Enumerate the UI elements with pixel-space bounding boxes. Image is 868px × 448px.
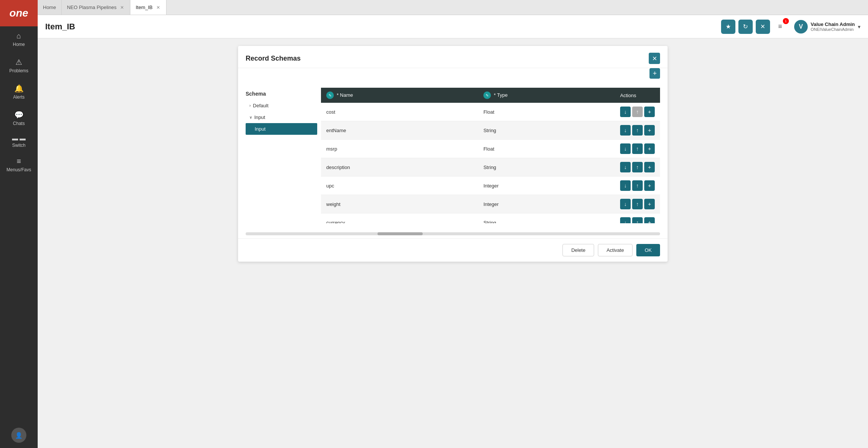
horizontal-scrollbar[interactable] — [246, 232, 660, 235]
add-field-button[interactable]: + — [644, 107, 655, 117]
move-down-button[interactable]: ↓ — [620, 125, 631, 136]
logo-text: one — [9, 7, 28, 19]
switch-icon-left: ▬ — [12, 135, 18, 142]
schema-item-input-child[interactable]: Input — [246, 123, 317, 135]
sidebar-item-problems[interactable]: ⚠ Problems — [0, 52, 38, 79]
record-body: Schema › Default ∨ Input Input — [238, 82, 668, 229]
menu-button[interactable]: ≡ 1 — [773, 20, 787, 34]
record-card-header: Record Schemas ✕ — [238, 46, 668, 68]
chat-icon: 💬 — [14, 110, 24, 119]
sidebar-item-alerts[interactable]: 🔔 Alerts — [0, 79, 38, 105]
add-field-button[interactable]: + — [644, 143, 655, 154]
move-up-button[interactable]: ↑ — [632, 143, 643, 154]
record-schemas-title: Record Schemas — [246, 55, 301, 62]
add-field-button[interactable]: + — [644, 162, 655, 172]
plus-row: + — [238, 68, 668, 82]
cell-type: String — [478, 121, 615, 140]
add-field-button[interactable]: + — [644, 125, 655, 136]
table-body: costFloat↓↑+entNameString↓↑+msrpFloat↓↑+… — [321, 103, 660, 223]
tab-item-ib-close[interactable]: ✕ — [156, 5, 161, 10]
edit-icon-type: ✎ — [483, 91, 491, 99]
schema-sidebar: Schema › Default ∨ Input Input — [246, 88, 321, 223]
add-schema-button[interactable]: + — [649, 68, 660, 79]
refresh-button[interactable]: ↻ — [738, 20, 753, 34]
add-field-button[interactable]: + — [644, 217, 655, 223]
move-up-button[interactable]: ↑ — [632, 162, 643, 172]
cell-name: currency — [321, 213, 478, 224]
move-up-button[interactable]: ↑ — [632, 199, 643, 209]
move-down-button[interactable]: ↓ — [620, 199, 631, 209]
cell-type: Float — [478, 103, 615, 121]
col-header-type: ✎ * Type — [478, 88, 615, 103]
schema-item-input-parent[interactable]: ∨ Input — [246, 111, 317, 123]
col-name-label: * Name — [337, 92, 353, 98]
sidebar-item-home[interactable]: ⌂ Home — [0, 26, 38, 52]
schema-default-label: Default — [253, 103, 268, 108]
table-row: costFloat↓↑+ — [321, 103, 660, 121]
tab-neo-close[interactable]: ✕ — [119, 5, 125, 10]
action-buttons-group: ↓↑+ — [620, 107, 655, 117]
sidebar-label-home: Home — [13, 42, 25, 47]
move-down-button[interactable]: ↓ — [620, 107, 631, 117]
add-field-button[interactable]: + — [644, 180, 655, 191]
ok-button[interactable]: OK — [636, 244, 660, 256]
main-content: Home NEO Plasma Pipelines ✕ Item_IB ✕ It… — [38, 0, 868, 448]
schema-column-header: Schema — [246, 88, 317, 100]
sidebar-label-switch: Switch — [12, 143, 25, 148]
sidebar: one ⌂ Home ⚠ Problems 🔔 Alerts 💬 Chats ▬… — [0, 0, 38, 448]
cell-actions: ↓↑+ — [615, 103, 660, 121]
table-scroll-container[interactable]: ✎ * Name ✎ * Type Actions — [321, 88, 660, 223]
cell-name: description — [321, 158, 478, 177]
user-role: ONEIValueChainAdmin — [811, 27, 855, 32]
sidebar-item-menus[interactable]: ≡ Menus/Favs — [0, 152, 38, 178]
user-info: Value Chain Admin ONEIValueChainAdmin — [811, 21, 855, 32]
schema-item-default[interactable]: › Default — [246, 100, 317, 111]
close-button[interactable]: ✕ — [756, 20, 770, 34]
move-up-button[interactable]: ↑ — [632, 217, 643, 223]
tab-home[interactable]: Home — [38, 0, 62, 15]
sidebar-avatar[interactable]: 👤 — [0, 422, 38, 448]
cell-name: msrp — [321, 140, 478, 158]
action-buttons-group: ↓↑+ — [620, 217, 655, 223]
cell-type: Integer — [478, 195, 615, 213]
bell-icon: 🔔 — [14, 84, 24, 93]
page-content: Record Schemas ✕ + Schema › Default ∨ — [38, 38, 868, 448]
action-buttons-group: ↓↑+ — [620, 162, 655, 172]
page-title: Item_IB — [45, 22, 721, 32]
sidebar-label-problems: Problems — [9, 68, 29, 73]
move-down-button[interactable]: ↓ — [620, 217, 631, 223]
sidebar-item-chats[interactable]: 💬 Chats — [0, 105, 38, 131]
tab-bar: Home NEO Plasma Pipelines ✕ Item_IB ✕ — [38, 0, 868, 15]
tab-home-label: Home — [43, 5, 56, 10]
cell-type: Integer — [478, 177, 615, 195]
activate-button[interactable]: Activate — [598, 244, 633, 256]
record-footer: Delete Activate OK — [238, 238, 668, 262]
page-header: Item_IB ★ ↻ ✕ ≡ 1 V Value Chain Admin ON… — [38, 15, 868, 38]
action-buttons-group: ↓↑+ — [620, 143, 655, 154]
move-up-button[interactable]: ↑ — [632, 125, 643, 136]
user-dropdown-chevron[interactable]: ▾ — [858, 24, 860, 30]
app-logo[interactable]: one — [0, 0, 38, 26]
tab-neo[interactable]: NEO Plasma Pipelines ✕ — [62, 0, 131, 15]
cell-type: String — [478, 158, 615, 177]
edit-icon-name: ✎ — [326, 91, 334, 99]
avatar-icon: 👤 — [15, 432, 23, 439]
sidebar-label-chats: Chats — [13, 121, 24, 126]
cell-type: String — [478, 213, 615, 224]
warning-icon: ⚠ — [15, 58, 22, 67]
sidebar-item-switch[interactable]: ▬ ▬ Switch — [0, 131, 38, 152]
move-up-button: ↑ — [632, 107, 643, 117]
favorite-button[interactable]: ★ — [721, 20, 735, 34]
tab-item-ib[interactable]: Item_IB ✕ — [130, 0, 167, 15]
move-down-button[interactable]: ↓ — [620, 162, 631, 172]
delete-button[interactable]: Delete — [562, 244, 594, 256]
record-close-button[interactable]: ✕ — [649, 53, 660, 64]
user-area: V Value Chain Admin ONEIValueChainAdmin … — [794, 20, 860, 34]
move-down-button[interactable]: ↓ — [620, 180, 631, 191]
user-avatar-small: 👤 — [11, 428, 26, 443]
move-up-button[interactable]: ↑ — [632, 180, 643, 191]
action-buttons-group: ↓↑+ — [620, 125, 655, 136]
add-field-button[interactable]: + — [644, 199, 655, 209]
table-row: msrpFloat↓↑+ — [321, 140, 660, 158]
move-down-button[interactable]: ↓ — [620, 143, 631, 154]
